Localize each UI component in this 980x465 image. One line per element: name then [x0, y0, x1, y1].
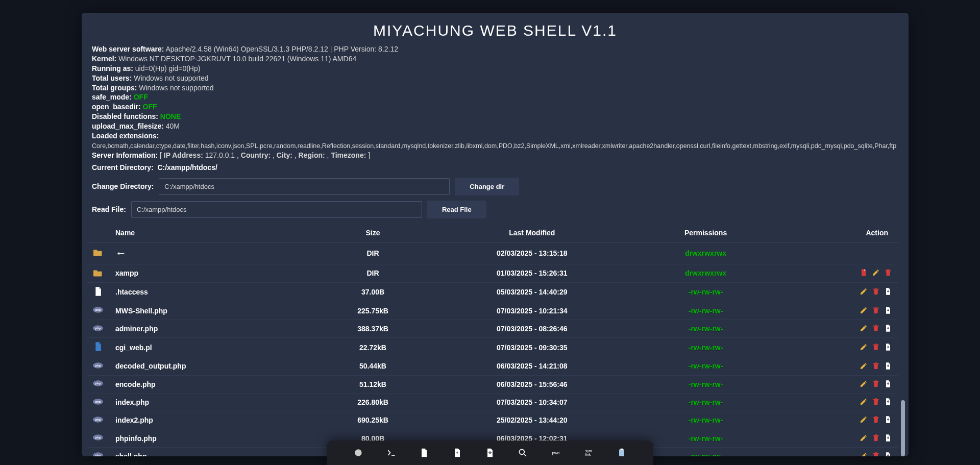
- loaded-ext-value: Core,bcmath,calendar,ctype,date,filter,h…: [92, 142, 896, 150]
- file-name[interactable]: xampp: [109, 264, 318, 282]
- file-size: DIR: [318, 264, 428, 282]
- download-icon[interactable]: [883, 343, 892, 352]
- table-row[interactable]: .htaccess37.00B05/03/2025 - 14:40:29-rw-…: [87, 282, 898, 302]
- download-icon[interactable]: [883, 306, 892, 315]
- svg-text:php: php: [95, 454, 101, 456]
- edit-icon[interactable]: [859, 452, 868, 456]
- edit-icon[interactable]: [871, 268, 880, 278]
- table-row[interactable]: phpMWS-Shell.php225.75kB07/03/2025 - 10:…: [87, 302, 898, 320]
- file-name[interactable]: adminer.php: [109, 320, 318, 337]
- taskbar-file-icon[interactable]: [418, 446, 431, 459]
- edit-icon[interactable]: [859, 324, 868, 333]
- file-name[interactable]: .htaccess: [109, 282, 318, 302]
- file-name[interactable]: decoded_output.php: [109, 357, 318, 375]
- read-file-input[interactable]: [131, 201, 422, 218]
- delete-icon[interactable]: [871, 380, 880, 389]
- delete-icon[interactable]: [871, 452, 880, 456]
- delete-icon[interactable]: [871, 398, 880, 407]
- download-icon[interactable]: [883, 287, 892, 297]
- table-row[interactable]: phpindex.php226.80kB07/03/2025 - 10:34:0…: [87, 393, 898, 411]
- file-size: 37.00B: [318, 282, 428, 302]
- delete-icon[interactable]: [883, 268, 892, 278]
- taskbar-search-icon[interactable]: [516, 446, 529, 459]
- edit-icon[interactable]: [859, 362, 868, 371]
- taskbar-download-file-icon[interactable]: [483, 446, 497, 459]
- delete-icon[interactable]: [871, 362, 880, 371]
- file-size: 225.75kB: [318, 302, 428, 320]
- back-arrow-icon[interactable]: ←: [115, 247, 127, 259]
- rename-icon[interactable]: [859, 268, 868, 278]
- file-permissions: -rw-rw-rw-: [636, 375, 775, 393]
- read-file-label: Read File:: [92, 205, 126, 213]
- file-modified: 05/03/2025 - 14:40:29: [427, 282, 636, 302]
- blue-icon: [87, 338, 109, 357]
- file-name[interactable]: encode.php: [109, 375, 318, 393]
- file-actions: [775, 447, 898, 456]
- delete-icon[interactable]: [871, 306, 880, 315]
- disabled-functions-label: Disabled functions:: [92, 112, 158, 120]
- table-row[interactable]: phpadminer.php388.37kB07/03/2025 - 08:26…: [87, 320, 898, 337]
- change-dir-button[interactable]: Change dir: [455, 178, 519, 195]
- table-row[interactable]: phpdecoded_output.php50.44kB06/03/2025 -…: [87, 357, 898, 375]
- file-size: DIR: [318, 242, 428, 264]
- file-name[interactable]: phpinfo.php: [109, 429, 318, 447]
- delete-icon[interactable]: [871, 434, 880, 443]
- download-icon[interactable]: [883, 415, 892, 425]
- running-as-value: uid=0(Hp) gid=0(Hp): [135, 64, 201, 72]
- file-name[interactable]: MWS-Shell.php: [109, 302, 318, 320]
- php-icon: php: [87, 302, 109, 320]
- taskbar-sym-icon[interactable]: symlink: [582, 446, 595, 459]
- table-row[interactable]: ←DIR02/03/2025 - 13:15:18drwxrwxrwx: [87, 242, 898, 264]
- file-name[interactable]: shell.php: [109, 447, 318, 456]
- taskbar-clipboard-icon[interactable]: [615, 446, 628, 459]
- scrollbar-thumb[interactable]: [901, 400, 905, 456]
- file-modified: 07/03/2025 - 08:26:46: [427, 320, 636, 337]
- edit-icon[interactable]: [859, 434, 868, 443]
- taskbar-pwd-icon[interactable]: pwd: [549, 446, 562, 459]
- file-size: 51.12kB: [318, 375, 428, 393]
- table-row[interactable]: xamppDIR01/03/2025 - 15:26:31drwxrwxrwx: [87, 264, 898, 282]
- edit-icon[interactable]: [859, 415, 868, 425]
- file-name[interactable]: ←: [109, 242, 318, 264]
- download-icon[interactable]: [883, 398, 892, 407]
- edit-icon[interactable]: [859, 306, 868, 315]
- file-size: 690.25kB: [318, 411, 428, 429]
- download-icon[interactable]: [883, 452, 892, 456]
- svg-text:php: php: [95, 364, 101, 367]
- delete-icon[interactable]: [871, 324, 880, 333]
- download-icon[interactable]: [883, 434, 892, 443]
- current-directory-value[interactable]: C:/xampp/htdocs/: [157, 163, 217, 172]
- delete-icon[interactable]: [871, 415, 880, 425]
- file-name[interactable]: index.php: [109, 393, 318, 411]
- file-modified: 07/03/2025 - 10:21:34: [427, 302, 636, 320]
- edit-icon[interactable]: [859, 287, 868, 297]
- running-as-label: Running as:: [92, 64, 133, 72]
- file-listing[interactable]: Name Size Last Modified Permissions Acti…: [84, 224, 906, 456]
- php-icon: php: [87, 375, 109, 393]
- svg-point-18: [520, 449, 525, 454]
- delete-icon[interactable]: [871, 287, 880, 297]
- file-name[interactable]: index2.php: [109, 411, 318, 429]
- taskbar-linux-icon[interactable]: [352, 446, 365, 459]
- php-icon: php: [87, 320, 109, 337]
- table-row[interactable]: cgi_web.pl22.72kB07/03/2025 - 09:30:35-r…: [87, 338, 898, 357]
- table-row[interactable]: phpindex2.php690.25kB25/02/2025 - 13:44:…: [87, 411, 898, 429]
- edit-icon[interactable]: [859, 380, 868, 389]
- taskbar-new-file-icon[interactable]: +: [451, 446, 464, 459]
- change-dir-input[interactable]: [159, 178, 450, 195]
- download-icon[interactable]: [883, 380, 892, 389]
- server-info-value: [ IP Address: 127.0.0.1 , Country: , Cit…: [160, 151, 370, 159]
- delete-icon[interactable]: [871, 343, 880, 352]
- table-row[interactable]: phpencode.php51.12kB06/03/2025 - 15:56:4…: [87, 375, 898, 393]
- file-actions: [775, 302, 898, 320]
- taskbar-terminal-icon[interactable]: [385, 446, 398, 459]
- edit-icon[interactable]: [859, 398, 868, 407]
- col-modified: Last Modified: [427, 224, 636, 242]
- read-file-button[interactable]: Read File: [427, 201, 486, 218]
- download-icon[interactable]: [883, 324, 892, 333]
- file-name[interactable]: cgi_web.pl: [109, 338, 318, 357]
- server-info-label: Server Information:: [92, 151, 158, 159]
- edit-icon[interactable]: [859, 343, 868, 352]
- download-icon[interactable]: [883, 362, 892, 371]
- current-directory-label: Current Directory:: [92, 163, 154, 172]
